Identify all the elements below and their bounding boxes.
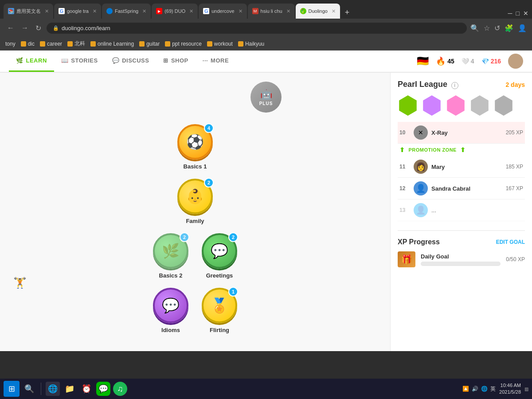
tab-bar: 📚 應用英文名 ✕ G google tra ✕ FastSpring ✕ ▶ … — [0, 0, 532, 19]
lesson-family[interactable]: 👶 2 Family — [177, 179, 213, 224]
info-icon[interactable]: i — [451, 82, 458, 89]
lesson-basics2[interactable]: 🌿 2 Basics 2 — [153, 233, 188, 279]
back-button[interactable]: ← — [5, 23, 16, 33]
bookmark-beke[interactable]: 北科 — [67, 40, 85, 47]
url-field[interactable]: 🔒 duolingo.com/learn — [47, 23, 467, 34]
nav-shop[interactable]: ⊞ SHOP — [156, 51, 195, 72]
soccer-ball-icon: ⚽ — [186, 133, 204, 150]
xp-progress-bar — [421, 262, 501, 266]
lesson-circle-basics1: ⚽ 4 — [177, 124, 213, 160]
taskbar-line[interactable]: 💬 — [96, 382, 110, 396]
taskbar-search[interactable]: 🔍 — [22, 382, 36, 396]
lesson-idioms[interactable]: 💬 Idioms — [153, 288, 188, 333]
league-section: Pearl League i 2 days — [398, 80, 525, 221]
lesson-row-2: 🌿 2 Basics 2 💬 2 Greetings — [153, 233, 237, 279]
treasure-chest-icon: 🎁 — [398, 251, 415, 267]
bookmarks-bar: tony dic career 北科 online Learning guita… — [0, 37, 532, 51]
taskbar-spotify[interactable]: ♫ — [113, 382, 127, 396]
tab-6[interactable]: M hsiu li chu ✕ — [248, 4, 295, 19]
tab-controls: ─ □ ✕ — [508, 10, 528, 19]
new-tab-button[interactable]: + — [341, 6, 353, 19]
folder-icon — [40, 41, 45, 47]
tab-2[interactable]: G google tra ✕ — [54, 4, 101, 19]
notification-icon[interactable]: 🔼 — [462, 386, 469, 392]
refresh-button[interactable]: ↻ — [34, 23, 43, 33]
forward-button[interactable]: → — [20, 23, 30, 33]
plus-section: 🤖 PLUS — [53, 82, 390, 117]
chat-icon: 💬 — [211, 243, 228, 259]
close-icon[interactable]: ✕ — [523, 10, 528, 17]
xp-section: XP Progress EDIT GOAL 🎁 Daily Goal 0/50 … — [398, 230, 525, 267]
lesson-basics1[interactable]: ⚽ 4 Basics 1 — [177, 124, 213, 170]
network-icon[interactable]: 🌐 — [481, 386, 488, 392]
bookmark-icon[interactable]: ☆ — [484, 24, 490, 32]
lesson-circle-greetings: 💬 2 — [202, 233, 237, 269]
duolingo-app: 🌿 LEARN 📖 STORIES 💬 DISCUSS ⊞ SHOP ··· M… — [0, 51, 532, 351]
lesson-label-idioms: Idioms — [161, 327, 180, 333]
lb-name-xray: X-Ray — [431, 129, 506, 136]
folder-icon — [207, 41, 212, 47]
taskbar-clock[interactable]: ⏰ — [79, 382, 94, 396]
bookmark-workout[interactable]: workout — [207, 41, 233, 47]
streak-counter: 🔥 45 — [436, 56, 454, 66]
bookmark-online-learning[interactable]: online Learning — [90, 41, 134, 47]
bookmark-dic[interactable]: dic — [21, 41, 35, 47]
user-avatar[interactable] — [508, 54, 523, 69]
xp-title: XP Progress — [398, 238, 440, 246]
nav-more[interactable]: ··· MORE — [196, 51, 236, 72]
taskbar-right: 🔼 🔊 🌐 英 10:46 AM 2021/5/28 ▥ — [462, 382, 528, 396]
bookmark-tony[interactable]: tony — [5, 41, 16, 47]
minimize-icon[interactable]: ─ — [508, 10, 512, 17]
extension-puzzle-icon[interactable]: 🧩 — [505, 24, 513, 32]
bookmark-career[interactable]: career — [40, 41, 62, 47]
learn-area: 🤖 PLUS ⚽ 4 Basics 1 👶 2 — [0, 73, 390, 351]
taskbar-chrome[interactable]: 🌐 — [46, 382, 60, 396]
promo-up-icon-2: ⬆ — [460, 146, 466, 153]
german-flag[interactable]: 🇩🇪 — [417, 55, 429, 67]
nav-right: 🇩🇪 🔥 45 🤍 4 💎 216 — [417, 54, 523, 69]
search-icon[interactable]: 🔍 — [470, 24, 479, 32]
bookmark-guitar[interactable]: guitar — [139, 41, 160, 47]
lang-icon[interactable]: 英 — [490, 385, 496, 393]
show-desktop-icon[interactable]: ▥ — [524, 387, 528, 391]
xp-header: XP Progress EDIT GOAL — [398, 238, 525, 246]
nav-discuss[interactable]: 💬 DISCUSS — [105, 51, 156, 72]
league-hex-gray2 — [493, 95, 514, 116]
lesson-greetings[interactable]: 💬 2 Greetings — [202, 233, 237, 279]
duo-navbar: 🌿 LEARN 📖 STORIES 💬 DISCUSS ⊞ SHOP ··· M… — [0, 51, 532, 73]
nav-learn[interactable]: 🌿 LEARN — [9, 51, 54, 72]
folder-icon — [90, 41, 96, 47]
folder-icon — [21, 41, 26, 47]
tab-1[interactable]: 📚 應用英文名 ✕ — [4, 4, 53, 19]
tab-5[interactable]: G undercove ✕ — [199, 4, 246, 19]
volume-icon[interactable]: 🔊 — [472, 386, 478, 392]
tab-3[interactable]: FastSpring ✕ — [102, 4, 151, 19]
tab-4[interactable]: ▶ (69) DUO ✕ — [152, 4, 198, 19]
leaderboard-row-sandra: 12 👤 Sandra Cabral 167 XP — [398, 178, 525, 200]
lb-avatar-sandra: 👤 — [414, 181, 428, 196]
leaderboard-row-mary: 11 👩 Mary 185 XP — [398, 156, 525, 178]
lesson-flirting[interactable]: 🏅 1 Flirting — [202, 288, 237, 333]
maximize-icon[interactable]: □ — [516, 10, 520, 17]
nav-stories[interactable]: 📖 STORIES — [54, 51, 105, 72]
lesson-badge-family: 2 — [204, 178, 214, 188]
lb-avatar-partial: 👤 — [414, 203, 428, 217]
lesson-label-basics1: Basics 1 — [184, 163, 207, 170]
folder-icon — [238, 41, 243, 47]
bookmark-ppt[interactable]: ppt resource — [165, 41, 202, 47]
lb-rank-10: 10 — [399, 129, 410, 136]
reload-icon[interactable]: ↺ — [494, 24, 500, 32]
more-icon: ··· — [203, 57, 208, 64]
lesson-circle-basics2: 🌿 2 — [153, 233, 188, 269]
lesson-label-family: Family — [186, 218, 204, 224]
edit-goal-button[interactable]: EDIT GOAL — [496, 239, 525, 245]
leaderboard-row-partial: 13 👤 ... — [398, 200, 525, 221]
taskbar-folder[interactable]: 📁 — [63, 382, 77, 396]
windows-start-button[interactable]: ⊞ — [4, 381, 20, 397]
tab-7-duolingo[interactable]: 🦜 Duolingo ✕ — [296, 4, 340, 19]
plus-button[interactable]: 🤖 PLUS — [250, 82, 282, 113]
profile-icon[interactable]: 👤 — [518, 24, 527, 32]
bookmark-haikyuu[interactable]: Haikyuu — [238, 41, 264, 47]
lesson-label-flirting: Flirting — [210, 327, 229, 333]
gems-counter: 💎 216 — [481, 58, 501, 65]
